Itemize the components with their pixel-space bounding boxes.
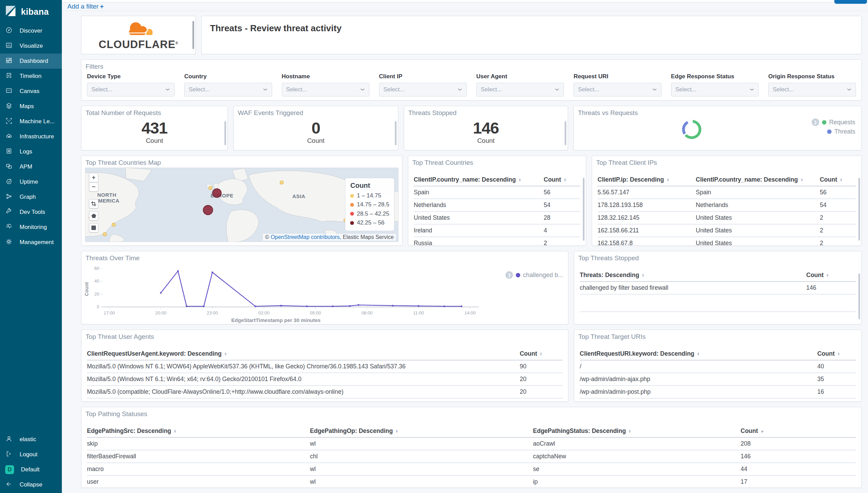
map-zoom-in-button[interactable]: +: [89, 173, 98, 182]
sort-icon[interactable]: ▲▼: [837, 352, 840, 356]
table-row[interactable]: /wp-admin/admin-post.php16: [580, 386, 856, 398]
table-row[interactable]: /40: [580, 360, 856, 373]
threats-over-time-chart[interactable]: 020406017:0020:0023:0002:0005:0008:0011:…: [84, 262, 489, 324]
table-row[interactable]: 178.128.193.158Netherlands54: [598, 199, 856, 211]
table-row[interactable]: Spain56: [414, 186, 580, 199]
column-header[interactable]: ClientRequestUserAgent.keyword: Descendi…: [87, 347, 520, 360]
table-row[interactable]: challenged by filter based firewall146: [580, 282, 856, 294]
sort-icon[interactable]: ▲▼: [697, 352, 700, 356]
sidebar-item-logout[interactable]: Logout: [0, 447, 62, 462]
table-row[interactable]: filterBasedFirewallchlcaptchaNew146: [87, 450, 856, 463]
expand-legend-icon[interactable]: ❯: [812, 118, 819, 126]
threats-vs-requests-donut[interactable]: [682, 120, 701, 139]
filter-select[interactable]: Select...: [282, 83, 369, 96]
scrollbar[interactable]: [395, 121, 397, 145]
table-row[interactable]: userwlip17: [87, 475, 856, 488]
series-label[interactable]: challenged b...: [523, 272, 563, 279]
column-header[interactable]: Count▲▼: [520, 347, 563, 360]
scrollbar[interactable]: [583, 178, 585, 241]
sort-icon[interactable]: ▲▼: [666, 178, 669, 182]
scrollbar[interactable]: [192, 21, 194, 49]
sidebar-item-discover[interactable]: Discover: [0, 23, 62, 38]
sort-desc-icon[interactable]: ▼: [760, 429, 764, 434]
filter-select[interactable]: Select...: [768, 83, 856, 96]
sidebar-item-logs[interactable]: Logs: [0, 144, 62, 159]
table-row[interactable]: United States28: [414, 211, 580, 224]
column-header[interactable]: Count▲▼: [806, 269, 856, 282]
legend-item[interactable]: ❯Requests: [812, 118, 855, 126]
sidebar-item-graph[interactable]: Graph: [0, 190, 62, 205]
filter-select[interactable]: Select...: [574, 83, 661, 96]
filter-select[interactable]: Select...: [379, 83, 467, 96]
sidebar-item-dashboard[interactable]: Dashboard: [0, 54, 62, 69]
filter-select[interactable]: Select...: [184, 83, 272, 96]
expand-legend-icon[interactable]: ❯: [505, 271, 513, 279]
table-row[interactable]: 162.158.67.8United States2: [598, 237, 856, 246]
column-header[interactable]: Count▲▼: [817, 347, 856, 360]
osm-link[interactable]: OpenStreetMap contributors,: [271, 234, 341, 240]
table-row[interactable]: 162.158.66.211United States2: [598, 224, 856, 237]
column-header[interactable]: Count▲▼: [820, 173, 856, 186]
kibana-logo[interactable]: kibana: [0, 0, 62, 23]
filter-select[interactable]: Select...: [671, 83, 759, 96]
sidebar-item-visualize[interactable]: Visualize: [0, 38, 62, 54]
sidebar-item-dev-tools[interactable]: Dev Tools: [0, 205, 62, 220]
filter-select[interactable]: Select...: [476, 83, 564, 96]
sort-icon[interactable]: ▲▼: [174, 429, 177, 433]
update-button[interactable]: [834, 0, 867, 4]
map-data-point[interactable]: [209, 186, 212, 190]
add-filter-link[interactable]: Add a filter+: [67, 3, 104, 10]
column-header[interactable]: Threats: Descending▲▼: [580, 269, 806, 282]
table-row[interactable]: Russia2: [414, 237, 580, 246]
map-data-point[interactable]: [112, 223, 115, 227]
scrollbar[interactable]: [565, 121, 566, 145]
column-header[interactable]: EdgePathingOp: Descending▲▼: [310, 425, 533, 437]
column-header[interactable]: ClientIP.ip: Descending▲▼: [598, 173, 696, 186]
sidebar-item-timelion[interactable]: Timelion: [0, 69, 62, 84]
sort-icon[interactable]: ▲▼: [224, 352, 227, 356]
sidebar-item-maps[interactable]: Maps: [0, 99, 62, 114]
table-row[interactable]: /wp-admin/admin-ajax.php?action=update-z…: [580, 398, 856, 402]
filter-select[interactable]: Select...: [87, 83, 175, 96]
sort-icon[interactable]: ▲▼: [839, 178, 843, 182]
table-row[interactable]: [580, 312, 856, 324]
table-row[interactable]: Ireland4: [414, 224, 580, 237]
table-row[interactable]: 5.56.57.147Spain56: [598, 186, 856, 199]
sidebar-item-apm[interactable]: APM: [0, 159, 62, 174]
column-header[interactable]: ClientIP.country_name: Descending▲▼: [414, 173, 544, 186]
column-header[interactable]: ClientIP.country_name: Descending▲▼: [696, 173, 820, 186]
table-row[interactable]: Mozilla/5.0 (Windows NT 6.1; Win64; x64;…: [87, 373, 563, 386]
sort-icon[interactable]: ▲▼: [539, 352, 543, 356]
table-row[interactable]: skipwlaoCrawl208: [87, 437, 856, 450]
sidebar-item-infrastructure[interactable]: Infrastructure: [0, 129, 62, 144]
column-header[interactable]: EdgePathingStatus: Descending▲▼: [533, 425, 741, 437]
table-row[interactable]: 128.32.162.145United States2: [598, 211, 856, 224]
map-data-point[interactable]: [203, 205, 213, 215]
legend-item[interactable]: Threats: [827, 128, 855, 135]
map-crop-tool-button[interactable]: [89, 199, 98, 208]
sort-icon[interactable]: ▲▼: [518, 178, 521, 182]
map-polygon-tool-button[interactable]: [89, 211, 98, 220]
sidebar-item-collapse[interactable]: Collapse: [0, 477, 62, 492]
table-row[interactable]: Netherlands54: [414, 199, 580, 211]
world-map[interactable]: NORTHAMERICAEUROPEASIA + −: [85, 168, 399, 242]
column-header[interactable]: Count▲▼: [544, 173, 580, 186]
sort-icon[interactable]: ▲▼: [564, 178, 567, 182]
scrollbar[interactable]: [858, 273, 860, 319]
table-row[interactable]: Mozilla/5.0 (Windows NT 6.1; WOW64) Appl…: [87, 360, 563, 373]
sidebar-item-machine-le-[interactable]: Machine Le...: [0, 114, 62, 129]
sidebar-item-elastic[interactable]: elastic: [0, 432, 62, 447]
column-header[interactable]: Count▼: [741, 425, 856, 437]
map-data-point[interactable]: [103, 232, 107, 236]
sidebar-item-uptime[interactable]: Uptime: [0, 174, 62, 190]
sidebar-item-default[interactable]: DDefault: [0, 462, 62, 477]
sort-icon[interactable]: ▲▼: [395, 429, 398, 433]
sort-icon[interactable]: ▲▼: [628, 429, 631, 433]
table-row[interactable]: /wp-admin/admin-ajax.php35: [580, 373, 856, 386]
column-header[interactable]: EdgePathingSrc: Descending▲▼: [87, 425, 310, 437]
map-zoom-out-button[interactable]: −: [89, 182, 98, 192]
sidebar-item-canvas[interactable]: Canvas: [0, 84, 62, 99]
sidebar-item-monitoring[interactable]: Monitoring: [0, 220, 62, 235]
table-row[interactable]: [580, 294, 856, 312]
column-header[interactable]: ClientRequestURI.keyword: Descending▲▼: [580, 347, 817, 360]
